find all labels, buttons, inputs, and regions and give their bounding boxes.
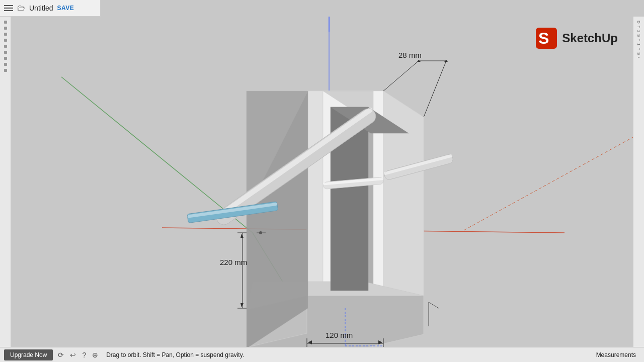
undo-icon[interactable]: ↩ xyxy=(70,351,76,359)
svg-marker-10 xyxy=(307,91,323,308)
right-tool-9[interactable]: ‹ xyxy=(636,57,641,58)
left-toolbar xyxy=(0,17,11,347)
bottom-bar: Upgrade Now ⟳ ↩ ? ⊕ Drag to orbit. Shift… xyxy=(0,347,644,362)
tool-4[interactable] xyxy=(4,39,7,42)
tool-8[interactable] xyxy=(4,63,7,66)
svg-text:S: S xyxy=(538,29,549,47)
svg-line-2 xyxy=(464,137,633,230)
right-toolbar: D T 2 S T 1 T S ‹ xyxy=(633,17,644,347)
tool-7[interactable] xyxy=(4,57,7,60)
right-tool-8[interactable]: S xyxy=(636,52,641,55)
svg-line-31 xyxy=(424,61,446,117)
right-tool-7[interactable]: T xyxy=(636,48,641,50)
svg-marker-38 xyxy=(240,234,244,238)
orbit-icon[interactable]: ⟳ xyxy=(58,351,64,359)
svg-line-49 xyxy=(429,302,439,308)
right-tool-5[interactable]: T xyxy=(636,39,641,41)
right-tool-3[interactable]: 2 xyxy=(636,30,641,32)
model-viewport-svg xyxy=(11,17,633,347)
measurements-label: Measurements xyxy=(596,351,636,358)
save-button[interactable]: SAVE xyxy=(57,5,74,12)
status-text: Drag to orbit. Shift = Pan, Option = sus… xyxy=(106,351,244,358)
sketchup-logo-icon: S xyxy=(535,27,558,50)
bottom-status: ⟳ ↩ ? ⊕ Drag to orbit. Shift = Pan, Opti… xyxy=(53,351,596,359)
tool-1[interactable] xyxy=(4,21,7,24)
right-tool-4[interactable]: S xyxy=(636,34,641,37)
sketchup-logo: S SketchUp xyxy=(535,27,618,50)
viewport[interactable]: 28 mm 220 mm 120 mm S SketchUp xyxy=(11,17,633,347)
svg-marker-39 xyxy=(240,303,244,307)
tool-2[interactable] xyxy=(4,27,7,30)
upgrade-button[interactable]: Upgrade Now xyxy=(4,349,53,360)
help-icon[interactable]: ? xyxy=(82,351,86,359)
tool-9[interactable] xyxy=(4,69,7,72)
tool-5[interactable] xyxy=(4,45,7,48)
right-tool-6[interactable]: 1 xyxy=(636,43,641,45)
header-bar: 🗁 Untitled SAVE xyxy=(0,0,101,17)
right-tool-2[interactable]: T xyxy=(636,26,641,28)
folder-icon[interactable]: 🗁 xyxy=(17,4,25,13)
svg-line-30 xyxy=(383,61,419,91)
right-tool-1[interactable]: D xyxy=(636,21,641,24)
location-icon[interactable]: ⊕ xyxy=(92,351,98,359)
hamburger-menu[interactable] xyxy=(4,5,13,11)
tool-6[interactable] xyxy=(4,51,7,54)
tool-3[interactable] xyxy=(4,33,7,36)
document-title: Untitled xyxy=(29,4,53,12)
sketchup-brand-text: SketchUp xyxy=(562,31,618,45)
